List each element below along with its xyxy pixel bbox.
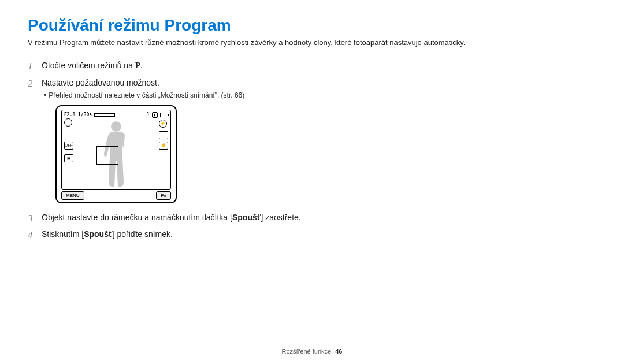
shot-count: 1 [147,112,150,118]
page-title: Používání režimu Program [28,16,596,35]
lcd-screen: F2.8 1/30s 1 ▮ ⚡ ▭ OFF ▣ [61,110,171,190]
step-number: 1 [28,60,33,74]
fn-button: Fn [156,191,171,200]
step-4: 4 Stisknutím [Spoušť] pořiďte snímek. [28,228,351,240]
status-bar: F2.8 1/30s 1 ▮ [64,112,168,118]
step-text: Objekt nastavte do rámečku a namáčknutím… [42,213,232,222]
facedetect-off-icon: OFF [64,142,73,150]
footer-section: Rozšířené funkce [282,348,332,355]
step-number: 3 [28,211,33,226]
step-text: Stisknutím [ [42,229,84,239]
step-number: 4 [28,228,33,243]
footer-page-number: 46 [335,348,342,355]
steps-list: 1 Otočte voličem režimů na P. 2 Nastavte… [28,60,351,240]
svg-point-0 [111,121,121,132]
card-icon: ▮ [152,112,158,118]
mode-p-icon: P [135,61,140,70]
soft-keys: MENU Fn [61,191,171,200]
step-2: 2 Nastavte požadovanou možnost. •Přehled… [28,77,351,204]
step-text: Nastavte požadovanou možnost. [42,78,159,87]
stabilizer-icon: ✋ [159,142,168,150]
step-text: Otočte voličem režimů na [42,61,135,70]
menu-button: MENU [61,191,84,200]
step-3: 3 Objekt nastavte do rámečku a namáčknut… [28,211,351,223]
page-footer: Rozšířené funkce 46 [0,348,624,355]
battery-icon [160,113,168,117]
bullet-icon: • [44,91,46,99]
drive-icon: ▣ [64,154,73,162]
shutter-label: Spoušť [232,213,261,222]
size-icon: ▭ [159,131,168,139]
camera-screen-diagram: F2.8 1/30s 1 ▮ ⚡ ▭ OFF ▣ [55,105,177,203]
shutter-label: Spoušť [84,229,113,239]
exposure-text: F2.8 1/30s [64,112,92,118]
step-substep: •Přehled možností naleznete v části „Mož… [44,91,351,101]
step-1: 1 Otočte voličem režimů na P. [28,60,351,72]
step-number: 2 [28,77,33,91]
mode-dial-icon [64,118,72,127]
flash-icon: ⚡ [159,120,167,128]
focus-frame [96,146,118,165]
intro-text: V režimu Program můžete nastavit různé m… [28,38,596,47]
ev-scale-icon [94,113,115,117]
